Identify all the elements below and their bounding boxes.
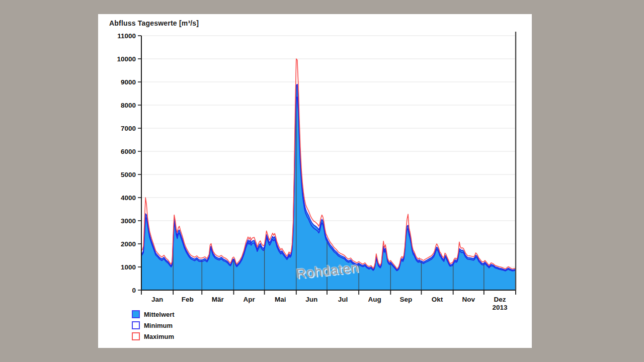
x-tick-label: Dez <box>494 296 506 303</box>
x-tick-label: Okt <box>432 296 443 303</box>
x-tick-label: Mär <box>212 296 224 303</box>
chart-panel: Abfluss Tageswerte [m³/s] 01000200030004… <box>98 14 532 348</box>
y-tick-label: 11000 <box>117 32 136 40</box>
x-tick-label: Jul <box>338 296 348 303</box>
y-tick-label: 6000 <box>121 148 136 155</box>
chart-legend: Mittelwert Minimum Maximum <box>132 309 175 342</box>
maximum-swatch-icon <box>132 332 140 340</box>
legend-item-minimum: Minimum <box>132 320 175 331</box>
y-tick-label: 0 <box>132 287 136 294</box>
y-tick-label: 5000 <box>121 171 136 178</box>
x-tick-label: Feb <box>182 296 194 303</box>
x-tick-label: Nov <box>462 296 475 303</box>
legend-item-maximum: Maximum <box>132 331 175 342</box>
maximum-line <box>141 59 516 269</box>
x-tick-label: Mai <box>275 296 286 303</box>
y-tick-label: 8000 <box>121 102 136 109</box>
x-tick-label: Apr <box>243 296 255 303</box>
x-tick-label: Jun <box>305 296 317 303</box>
discharge-area-chart: 0100020003000400050006000700080009000100… <box>98 14 532 348</box>
y-tick-label: 10000 <box>117 55 136 63</box>
screenshot-root: { "title": "Abfluss Tageswerte [m³/s]", … <box>0 0 644 362</box>
plot-area: 0100020003000400050006000700080009000100… <box>98 14 532 348</box>
y-tick-label: 2000 <box>121 240 136 248</box>
mittelwert-area <box>141 84 516 290</box>
y-tick-label: 3000 <box>121 217 136 225</box>
minimum-swatch-icon <box>132 321 140 329</box>
legend-label: Mittelwert <box>144 311 175 318</box>
x-tick-label: Sep <box>400 296 413 303</box>
y-tick-label: 7000 <box>121 125 136 132</box>
x-tick-label: Aug <box>368 296 381 303</box>
y-tick-label: 4000 <box>121 194 136 202</box>
year-label: 2013 <box>492 304 508 311</box>
legend-label: Minimum <box>144 322 173 329</box>
mittelwert-swatch-icon <box>132 310 140 318</box>
legend-label: Maximum <box>144 333 174 340</box>
x-tick-label: Jan <box>151 296 163 303</box>
y-tick-label: 9000 <box>121 78 136 86</box>
y-tick-label: 1000 <box>121 263 136 271</box>
legend-item-mittelwert: Mittelwert <box>132 309 175 320</box>
